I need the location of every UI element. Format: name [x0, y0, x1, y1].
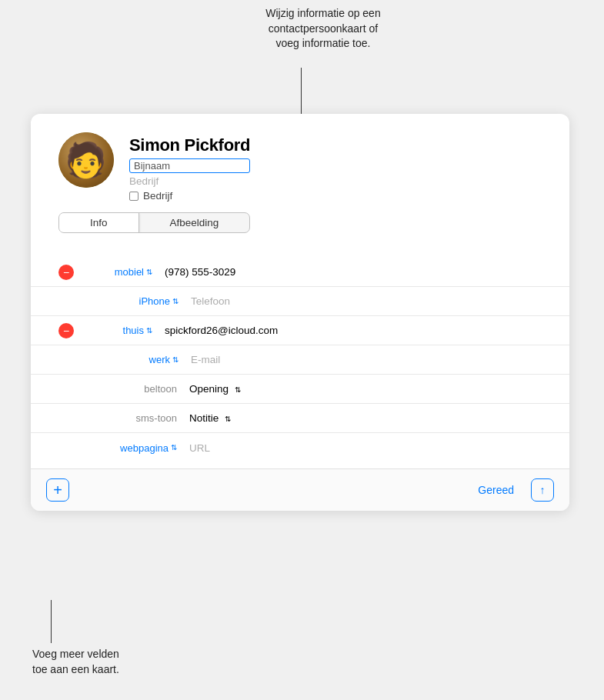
ringtone-remove-placeholder [83, 382, 98, 397]
sms-row: sms-toon Notitie ⇅ [31, 404, 569, 433]
card-header: Simon Pickford Bijnaam Bedrijf Bedrijf I… [31, 114, 569, 252]
add-field-icon: + [53, 482, 62, 498]
add-field-button[interactable]: + [46, 478, 69, 502]
annotation-top: Wijzig informatie op een contactpersoonk… [223, 6, 423, 52]
annotation-top-line [301, 68, 302, 115]
phone2-row: iPhone ⇅ Telefoon [31, 287, 569, 316]
phone1-label[interactable]: mobiel ⇅ [115, 266, 152, 278]
website-label-group: webpagina ⇅ [108, 442, 177, 454]
sms-remove-placeholder [83, 411, 98, 426]
annotation-bottom-line [51, 600, 52, 643]
sms-value[interactable]: Notitie ⇅ [189, 412, 542, 424]
email1-label-text: thuis [123, 325, 144, 336]
fields-section: − mobiel ⇅ (978) 555-3029 iPhone ⇅ Telef… [31, 252, 569, 468]
company-checkbox-label: Bedrijf [143, 190, 172, 202]
tab-info-label: Info [90, 217, 108, 228]
tab-info[interactable]: Info [59, 213, 139, 232]
sms-label: sms-toon [136, 412, 177, 424]
first-name: Simon [129, 135, 180, 155]
card-footer: + Gereed ↑ [31, 468, 569, 511]
email1-stepper-icon: ⇅ [146, 327, 152, 335]
remove-email1-button[interactable]: − [58, 323, 74, 338]
website-stepper-icon: ⇅ [171, 444, 177, 452]
remove-phone1-button[interactable]: − [58, 265, 74, 280]
share-button[interactable]: ↑ [531, 478, 554, 502]
phone1-row: − mobiel ⇅ (978) 555-3029 [31, 258, 569, 287]
ringtone-label-group: beltoon [108, 383, 177, 395]
footer-right: Gereed ↑ [469, 478, 554, 502]
sms-stepper: ⇅ [225, 415, 231, 423]
annotation-bottom-line1: Voeg meer velden [32, 648, 119, 660]
ringtone-stepper: ⇅ [235, 385, 241, 394]
annotation-bottom-line2: toe aan een kaart. [32, 663, 119, 675]
email1-row: − thuis ⇅ spickford26@icloud.com [31, 316, 569, 345]
contact-name: Simon Pickford [129, 135, 250, 155]
email1-label-group: thuis ⇅ [83, 325, 152, 336]
ringtone-label: beltoon [144, 383, 177, 395]
phone2-placeholder[interactable]: Telefoon [191, 295, 542, 307]
contact-card: Simon Pickford Bijnaam Bedrijf Bedrijf I… [31, 114, 569, 511]
website-placeholder[interactable]: URL [189, 442, 542, 454]
phone2-label[interactable]: iPhone ⇅ [139, 295, 179, 307]
nickname-label: Bijnaam [134, 160, 170, 172]
website-remove-placeholder [83, 440, 98, 455]
company-checkbox-row: Bedrijf [129, 190, 250, 202]
annotation-line2: contactpersoonkaart of [269, 22, 378, 35]
website-label[interactable]: webpagina ⇅ [120, 442, 177, 454]
phone1-label-group: mobiel ⇅ [83, 266, 152, 278]
avatar-face [58, 132, 114, 188]
last-name: Pickford [185, 135, 251, 155]
phone2-label-group: iPhone ⇅ [125, 295, 179, 307]
sms-label-text: sms-toon [136, 412, 177, 424]
email2-label[interactable]: werk ⇅ [149, 354, 179, 365]
annotation-bottom: Voeg meer velden toe aan een kaart. [32, 646, 119, 678]
tab-group: Info Afbeelding [58, 212, 250, 233]
done-button[interactable]: Gereed [469, 480, 523, 500]
website-row: webpagina ⇅ URL [31, 433, 569, 462]
phone1-value[interactable]: (978) 555-3029 [165, 266, 542, 278]
phone1-label-text: mobiel [115, 266, 144, 278]
tab-image-label: Afbeelding [170, 217, 219, 228]
done-label: Gereed [478, 484, 514, 496]
avatar [58, 132, 114, 188]
email1-label[interactable]: thuis ⇅ [123, 325, 152, 336]
ringtone-value[interactable]: Opening ⇅ [189, 383, 542, 395]
annotation-line3: voeg informatie toe. [276, 37, 371, 49]
tab-image[interactable]: Afbeelding [139, 213, 250, 232]
email2-row: werk ⇅ E-mail [31, 345, 569, 375]
phone2-stepper-icon: ⇅ [172, 298, 179, 305]
sms-value-text: Notitie [189, 412, 219, 424]
email2-stepper-icon: ⇅ [172, 356, 179, 364]
annotation-line1: Wijzig informatie op een [265, 7, 380, 19]
email2-label-text: werk [149, 354, 170, 365]
ringtone-value-text: Opening [189, 383, 229, 395]
phone1-stepper-icon: ⇅ [146, 268, 152, 276]
company-placeholder[interactable]: Bedrijf [129, 175, 250, 187]
email2-label-group: werk ⇅ [125, 354, 179, 365]
company-checkbox[interactable] [129, 192, 138, 201]
sms-label-group: sms-toon [108, 412, 177, 424]
email1-value[interactable]: spickford26@icloud.com [165, 325, 542, 336]
header-top: Simon Pickford Bijnaam Bedrijf Bedrijf [58, 132, 542, 202]
phone2-label-text: iPhone [139, 295, 170, 307]
website-label-text: webpagina [120, 442, 169, 454]
share-icon: ↑ [540, 484, 546, 496]
name-area: Simon Pickford Bijnaam Bedrijf Bedrijf [129, 132, 250, 202]
nickname-field[interactable]: Bijnaam [129, 158, 250, 173]
email2-placeholder[interactable]: E-mail [191, 354, 542, 365]
tab-bar: Info Afbeelding [58, 212, 250, 233]
ringtone-label-text: beltoon [144, 383, 177, 395]
ringtone-row: beltoon Opening ⇅ [31, 375, 569, 404]
